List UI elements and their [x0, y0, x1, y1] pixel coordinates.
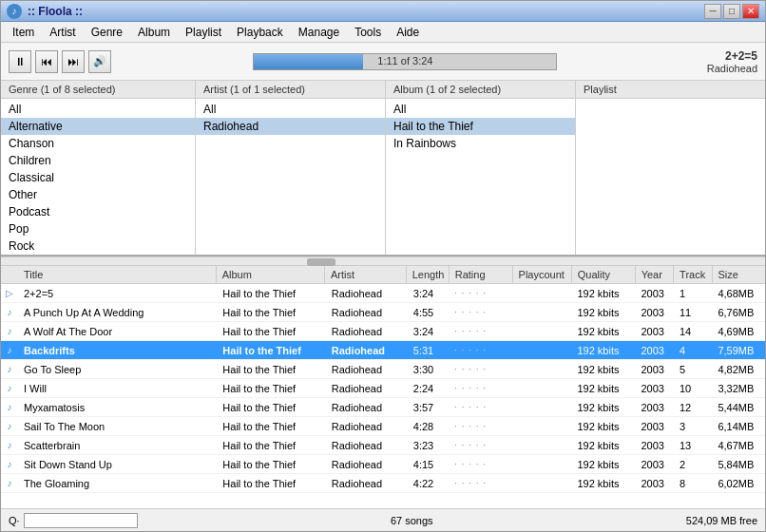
track-year: 2003 [635, 345, 673, 356]
track-row[interactable]: ▷ 2+2=5 Hail to the Thief Radiohead 3:24… [1, 284, 765, 303]
track-size: 3,32MB [712, 383, 765, 394]
th-quality[interactable]: Quality [572, 266, 636, 283]
track-size: 5,84MB [712, 459, 765, 470]
track-year: 2003 [635, 364, 673, 375]
track-icon: ♪ [1, 345, 18, 355]
th-size[interactable]: Size [713, 266, 766, 283]
artist-item-radiohead[interactable]: Radiohead [196, 118, 385, 135]
track-number: 1 [674, 288, 712, 299]
menu-genre[interactable]: Genre [84, 24, 130, 41]
track-title: A Wolf At The Door [18, 326, 217, 337]
track-row[interactable]: ♪ A Wolf At The Door Hail to the Thief R… [1, 322, 765, 341]
genre-item-chanson[interactable]: Chanson [1, 135, 195, 152]
th-length[interactable]: Length [407, 266, 450, 283]
menu-manage[interactable]: Manage [291, 24, 347, 41]
track-rating: · · · · · [449, 478, 512, 488]
menu-playlist[interactable]: Playlist [178, 24, 229, 41]
track-size: 4,69MB [712, 326, 765, 337]
track-artist: Radiohead [326, 421, 408, 432]
th-rating[interactable]: Rating [450, 266, 513, 283]
track-rating: · · · · · [449, 440, 512, 450]
track-title: Go To Sleep [18, 364, 217, 375]
track-album: Hail to the Thief [217, 383, 325, 394]
track-quality: 192 kbits [571, 288, 635, 299]
track-row[interactable]: ♪ Scatterbrain Hail to the Thief Radiohe… [1, 436, 765, 455]
track-row[interactable]: ♪ Sit Down Stand Up Hail to the Thief Ra… [1, 455, 765, 474]
th-title[interactable]: Title [18, 266, 217, 283]
menu-item[interactable]: Item [5, 24, 42, 41]
track-title: I Will [18, 383, 217, 394]
track-title: Scatterbrain [18, 440, 217, 451]
th-artist[interactable]: Artist [325, 266, 407, 283]
prev-button[interactable]: ⏮ [35, 50, 58, 73]
song-count: 67 songs [391, 515, 433, 526]
genre-item-all[interactable]: All [1, 101, 195, 118]
track-album: Hail to the Thief [217, 402, 325, 413]
album-item-inrainbows[interactable]: In Rainbows [386, 135, 575, 152]
menu-playback[interactable]: Playback [229, 24, 291, 41]
status-bar: Q· 67 songs 524,09 MB free [1, 508, 765, 531]
track-row[interactable]: ♪ The Gloaming Hail to the Thief Radiohe… [1, 474, 765, 493]
play-pause-button[interactable]: ⏸ [9, 50, 31, 73]
maximize-button[interactable]: □ [723, 4, 740, 19]
track-rating: · · · · · [449, 421, 512, 431]
menu-album[interactable]: Album [130, 24, 178, 41]
track-quality: 192 kbits [571, 402, 635, 413]
track-album: Hail to the Thief [217, 307, 325, 318]
progress-bar[interactable]: 1:11 of 3:24 [253, 53, 557, 70]
menu-tools[interactable]: Tools [347, 24, 389, 41]
track-row[interactable]: ♪ A Punch Up At A Wedding Hail to the Th… [1, 303, 765, 322]
track-length: 4:55 [408, 307, 449, 318]
track-year: 2003 [635, 383, 673, 394]
track-list-area: Title Album Artist Length Rating Playcou… [1, 266, 765, 508]
track-quality: 192 kbits [571, 459, 635, 470]
menu-artist[interactable]: Artist [42, 24, 83, 41]
track-album: Hail to the Thief [217, 326, 325, 337]
album-item-hail[interactable]: Hail to the Thief [386, 118, 575, 135]
track-rating: · · · · · [449, 402, 512, 412]
genre-item-other[interactable]: Other [1, 186, 195, 203]
close-button[interactable]: ✕ [742, 4, 759, 19]
track-number: 5 [674, 364, 712, 375]
track-length: 4:22 [408, 478, 449, 489]
track-icon: ♪ [1, 478, 18, 488]
genre-item-rock[interactable]: Rock [1, 238, 195, 255]
now-playing-title: 2+2=5 [707, 49, 757, 63]
track-artist: Radiohead [326, 345, 408, 356]
genre-item-classical[interactable]: Classical [1, 169, 195, 186]
genre-item-podcast[interactable]: Podcast [1, 203, 195, 220]
track-artist: Radiohead [326, 364, 408, 375]
genre-item-children[interactable]: Children [1, 152, 195, 169]
app-icon: ♪ [7, 4, 22, 19]
track-number: 13 [674, 440, 712, 451]
track-length: 3:57 [408, 402, 449, 413]
track-length: 5:31 [408, 345, 449, 356]
track-row[interactable]: ♪ Myxamatosis Hail to the Thief Radiohea… [1, 398, 765, 417]
track-row[interactable]: ♪ Go To Sleep Hail to the Thief Radiohea… [1, 360, 765, 379]
track-title: The Gloaming [18, 478, 217, 489]
genre-item-alternative[interactable]: Alternative [1, 118, 195, 135]
track-icon: ♪ [1, 459, 18, 469]
track-title: Sit Down Stand Up [18, 459, 217, 470]
track-rating: · · · · · [449, 364, 512, 374]
search-input[interactable] [24, 513, 138, 528]
browser-hscrollbar[interactable] [1, 256, 765, 266]
artist-item-all[interactable]: All [196, 101, 385, 118]
genre-item-pop[interactable]: Pop [1, 220, 195, 238]
album-item-all[interactable]: All [386, 101, 575, 118]
next-button[interactable]: ⏭ [62, 50, 85, 73]
volume-button[interactable]: 🔊 [88, 50, 111, 73]
th-track[interactable]: Track [674, 266, 712, 283]
th-playcount[interactable]: Playcount [513, 266, 572, 283]
th-year[interactable]: Year [636, 266, 674, 283]
track-title: Backdrifts [18, 345, 217, 356]
minimize-button[interactable]: ─ [704, 4, 721, 19]
track-row[interactable]: ♪ Sail To The Moon Hail to the Thief Rad… [1, 417, 765, 436]
genre-header: Genre (1 of 8 selected) [1, 81, 195, 99]
track-album: Hail to the Thief [217, 345, 325, 356]
playlist-header: Playlist [576, 81, 765, 99]
track-row[interactable]: ♪ I Will Hail to the Thief Radiohead 2:2… [1, 379, 765, 398]
th-album[interactable]: Album [217, 266, 325, 283]
menu-aide[interactable]: Aide [389, 24, 427, 41]
track-row[interactable]: ♪ Backdrifts Hail to the Thief Radiohead… [1, 341, 765, 360]
